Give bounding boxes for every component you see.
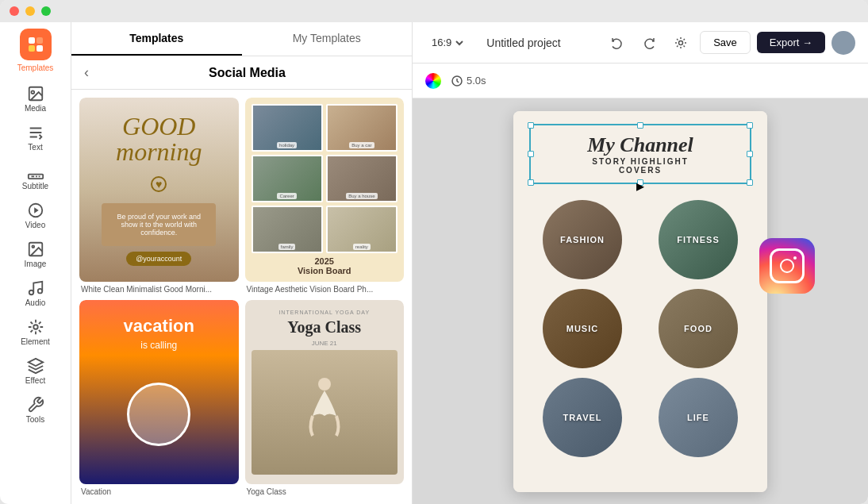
undo-icon (611, 37, 624, 49)
minimize-button[interactable] (25, 6, 35, 16)
subtitle-icon (27, 163, 44, 180)
template-thumb-vacation: vacation is calling (79, 300, 239, 484)
svg-point-1 (31, 90, 34, 94)
tab-templates[interactable]: Templates (71, 22, 242, 56)
redo-button[interactable] (636, 30, 662, 56)
instagram-inner (770, 248, 805, 283)
yoga-figure-svg (301, 372, 348, 452)
template-thumb-yoga-class: International Yoga Day Yoga Class JUNE 2… (245, 300, 405, 484)
handle-tc[interactable] (637, 122, 643, 129)
media-icon (27, 85, 44, 102)
circle-music-item[interactable]: MUSIC (529, 289, 636, 368)
instagram-logo (759, 238, 815, 294)
svg-point-8 (33, 325, 38, 329)
circle-travel-item[interactable]: TRAVEL (529, 378, 636, 457)
handle-tl[interactable] (528, 122, 534, 129)
sidebar-item-image[interactable]: Image (8, 236, 63, 273)
effect-icon (27, 357, 44, 375)
template-good-morning[interactable]: GOOD morning ♥ Be proud of your work and… (79, 98, 239, 294)
sidebar: Templates Media Text (0, 22, 71, 504)
brand-logo-icon (29, 37, 43, 52)
redo-icon (643, 37, 655, 49)
vision-photo-3: Career (252, 155, 323, 202)
svg-point-5 (32, 245, 34, 248)
svg-point-10 (679, 40, 683, 44)
image-icon (27, 240, 44, 258)
handle-bl[interactable] (528, 179, 534, 186)
story-title-box[interactable]: My Channel STORY HIGHLIGHT COVERS ▸ (529, 124, 751, 184)
circle-fashion-label: FASHION (560, 235, 605, 244)
vision-photo-2: Buy a car (326, 104, 398, 152)
template-yoga-class[interactable]: International Yoga Day Yoga Class JUNE 2… (245, 300, 405, 496)
circle-life: LIFE (659, 378, 738, 457)
element-icon (27, 318, 44, 336)
handle-ml[interactable] (528, 151, 534, 157)
brand-logo-container[interactable] (20, 29, 52, 60)
circle-fashion-item[interactable]: FASHION (529, 200, 636, 279)
vision-photo-1: holiday (252, 104, 323, 152)
circle-life-item[interactable]: LIFE (645, 378, 751, 457)
sidebar-item-effect[interactable]: Effect (8, 352, 63, 390)
sidebar-item-subtitle[interactable]: Subtitle (8, 158, 63, 195)
template-vacation[interactable]: vacation is calling Vacation (79, 300, 239, 496)
close-button[interactable] (10, 6, 19, 16)
sidebar-item-video[interactable]: Video (8, 197, 63, 234)
video-label: Video (25, 221, 45, 229)
settings-button[interactable] (668, 30, 693, 56)
handle-mr[interactable] (747, 151, 753, 157)
editor-area: 16:9 Untitled project (413, 22, 868, 504)
canvas-workspace[interactable]: My Channel STORY HIGHLIGHT COVERS ▸ (413, 98, 868, 504)
template-label-good-morning: White Clean Minimalist Good Morni... (79, 282, 239, 294)
circle-travel: TRAVEL (543, 378, 622, 457)
templates-grid: GOOD morning ♥ Be proud of your work and… (71, 90, 412, 504)
maximize-button[interactable] (41, 6, 51, 16)
ratio-selector[interactable]: 16:9 (425, 33, 470, 52)
circle-food-item[interactable]: FOOD (645, 289, 751, 368)
circle-fashion: FASHION (543, 200, 622, 279)
yoga-figure (252, 350, 398, 475)
timer-value: 5.0s (467, 75, 486, 87)
video-icon (27, 202, 44, 219)
story-sub-title-1: STORY HIGHLIGHT (543, 157, 737, 166)
export-button[interactable]: Export → (757, 32, 825, 53)
instagram-dot (793, 256, 797, 260)
sidebar-item-tools[interactable]: Tools (8, 391, 63, 429)
color-picker-button[interactable] (425, 73, 441, 89)
template-thumb-good-morning: GOOD morning ♥ Be proud of your work and… (79, 98, 239, 282)
save-button[interactable]: Save (700, 31, 751, 54)
gm-body: Be proud of your work and show it to the… (102, 203, 216, 246)
tools-icon (27, 396, 44, 414)
handle-tr[interactable] (747, 122, 753, 129)
sidebar-item-text[interactable]: Text (8, 119, 63, 156)
vision-photo-6: reality (326, 206, 398, 253)
circle-music-label: MUSIC (567, 324, 598, 333)
templates-panel: Templates My Templates ‹ Social Media GO… (71, 22, 413, 504)
sidebar-item-audio[interactable]: Audio (8, 275, 63, 312)
circle-fitness-item[interactable]: FITNESS (645, 200, 751, 279)
tab-my-templates[interactable]: My Templates (242, 22, 413, 56)
back-button[interactable]: ‹ (84, 64, 89, 81)
vac-sub: is calling (140, 340, 177, 351)
panel-header: ‹ Social Media (71, 56, 412, 90)
story-sub-title-2: COVERS (543, 166, 737, 175)
text-icon (27, 124, 44, 141)
gear-icon (674, 37, 687, 49)
titlebar (0, 0, 868, 22)
sidebar-item-element[interactable]: Element (8, 314, 63, 351)
project-name-input[interactable]: Untitled project (480, 33, 595, 52)
handle-br[interactable] (747, 179, 753, 186)
circle-life-label: LIFE (687, 413, 709, 422)
chevron-down-icon (455, 38, 464, 48)
undo-button[interactable] (605, 30, 630, 56)
canvas-frame[interactable]: My Channel STORY HIGHLIGHT COVERS ▸ (513, 111, 767, 492)
sidebar-item-media[interactable]: Media (8, 80, 63, 117)
circle-fitness-label: FITNESS (677, 235, 719, 244)
timer-display: 5.0s (451, 75, 486, 87)
template-label-vacation: Vacation (79, 484, 239, 496)
user-avatar[interactable] (832, 31, 855, 55)
image-label: Image (25, 260, 47, 268)
media-label: Media (25, 104, 46, 113)
audio-icon (27, 279, 44, 297)
template-vision-board[interactable]: holiday Buy a car Career Buy a house (245, 98, 405, 294)
ratio-label: 16:9 (432, 37, 451, 48)
